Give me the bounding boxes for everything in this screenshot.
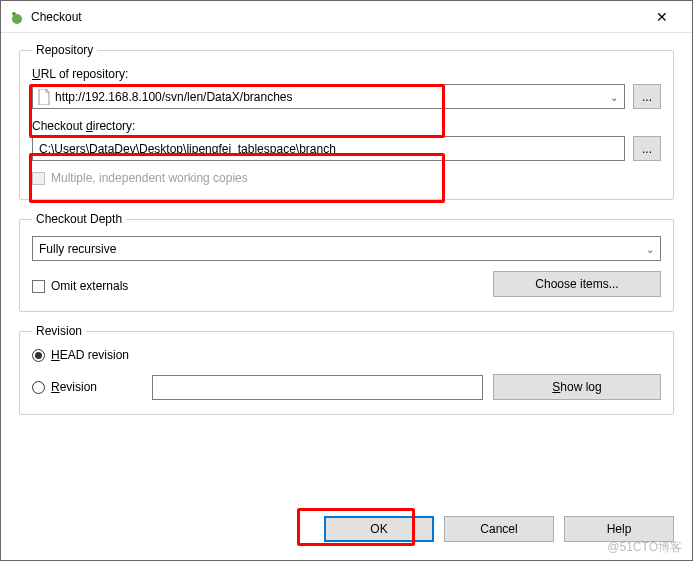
- browse-directory-button[interactable]: ...: [633, 136, 661, 161]
- url-label: URL of repository:: [32, 67, 661, 81]
- close-icon: ✕: [656, 9, 668, 25]
- multiple-copies-label: Multiple, independent working copies: [51, 171, 248, 185]
- depth-select[interactable]: Fully recursive ⌄: [32, 236, 661, 261]
- specific-revision-radio[interactable]: Revision: [32, 380, 142, 394]
- chevron-down-icon: ⌄: [610, 91, 618, 102]
- radio-unchecked-icon: [32, 381, 45, 394]
- window-title: Checkout: [31, 10, 639, 24]
- titlebar: Checkout ✕: [1, 1, 692, 33]
- head-revision-radio[interactable]: HEAD revision: [32, 348, 661, 362]
- multiple-copies-checkbox: Multiple, independent working copies: [32, 171, 661, 185]
- ok-button[interactable]: OK: [324, 516, 434, 542]
- repository-url-input[interactable]: [55, 90, 602, 104]
- dialog-footer: OK Cancel Help: [1, 508, 692, 560]
- revision-group: Revision HEAD revision Revision Show log: [19, 324, 674, 415]
- repository-group: Repository URL of repository: ⌄ ... Chec…: [19, 43, 674, 200]
- checkbox-icon: [32, 172, 45, 185]
- dialog-content: Repository URL of repository: ⌄ ... Chec…: [1, 33, 692, 508]
- directory-label: Checkout directory:: [32, 119, 661, 133]
- depth-legend: Checkout Depth: [32, 212, 126, 226]
- document-icon: [37, 89, 51, 105]
- head-revision-label: HEAD revision: [51, 348, 129, 362]
- browse-repository-button[interactable]: ...: [633, 84, 661, 109]
- omit-externals-checkbox[interactable]: Omit externals: [32, 279, 128, 293]
- checkout-dialog: Checkout ✕ Repository URL of repository:…: [0, 0, 693, 561]
- cancel-button[interactable]: Cancel: [444, 516, 554, 542]
- checkout-directory-input[interactable]: [32, 136, 625, 161]
- url-combobox[interactable]: ⌄: [32, 84, 625, 109]
- omit-externals-label: Omit externals: [51, 279, 128, 293]
- svg-point-2: [13, 12, 14, 13]
- repository-legend: Repository: [32, 43, 97, 57]
- help-button[interactable]: Help: [564, 516, 674, 542]
- checkout-depth-group: Checkout Depth Fully recursive ⌄ Omit ex…: [19, 212, 674, 312]
- depth-value: Fully recursive: [39, 242, 116, 256]
- chevron-down-icon: ⌄: [646, 243, 654, 254]
- choose-items-button[interactable]: Choose items...: [493, 271, 661, 297]
- revision-number-input[interactable]: [152, 375, 483, 400]
- close-button[interactable]: ✕: [639, 3, 684, 31]
- revision-legend: Revision: [32, 324, 86, 338]
- radio-checked-icon: [32, 349, 45, 362]
- tortoise-icon: [9, 9, 25, 25]
- revision-label: Revision: [51, 380, 97, 394]
- checkbox-icon: [32, 280, 45, 293]
- show-log-button[interactable]: Show log: [493, 374, 661, 400]
